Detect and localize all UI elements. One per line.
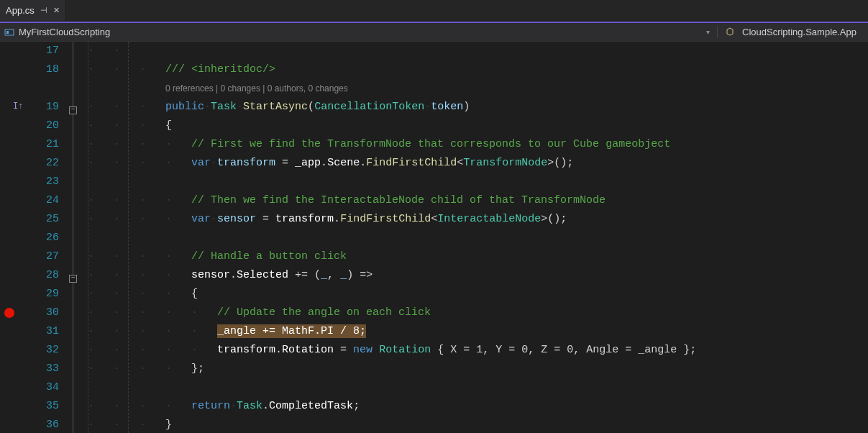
code-text: += ( xyxy=(288,269,321,281)
line-number xyxy=(29,79,59,98)
line-number: 29 xyxy=(29,285,59,304)
line-number: 30 xyxy=(29,304,59,322)
code-text: CompletedTask xyxy=(269,400,353,412)
line-number: 18 xyxy=(29,60,59,79)
margin-column[interactable]: I↑ xyxy=(0,42,29,433)
code-text: Scene xyxy=(327,157,360,169)
code-text: TransformNode xyxy=(463,157,547,169)
code-text: CancellationToken xyxy=(314,101,424,113)
line-number: 24 xyxy=(29,191,59,210)
code-text: } xyxy=(165,419,172,431)
line-number: 27 xyxy=(29,247,59,266)
fold-minus-icon[interactable]: − xyxy=(69,106,77,114)
namespace-icon xyxy=(4,27,14,37)
code-text: InteractableNode xyxy=(437,213,541,225)
code-text: { xyxy=(191,288,198,300)
line-number-gutter: 17 18 19 20 21 22 23 24 25 26 27 28 29 3… xyxy=(29,42,69,433)
code-text: // Handle a button click xyxy=(191,250,347,263)
code-text: { X = 1, Y = 0, Z = 0, Angle = _angle }; xyxy=(431,344,696,356)
tab-bar: App.cs ⊣ ✕ xyxy=(0,0,868,22)
code-text: // First we find the TransformNode that … xyxy=(191,138,670,150)
code-text: transform xyxy=(217,157,275,169)
code-editor[interactable]: I↑ 17 18 19 20 21 22 23 24 25 26 27 28 2… xyxy=(0,42,868,433)
breadcrumb-namespace[interactable]: MyFirstCloudScripting xyxy=(19,27,110,37)
code-text: , xyxy=(327,269,340,281)
fold-column[interactable]: − − xyxy=(69,42,85,433)
code-text: _ xyxy=(321,269,327,281)
class-icon xyxy=(725,27,735,37)
code-text: FindFirstChild xyxy=(366,157,457,169)
close-icon[interactable]: ✕ xyxy=(53,6,60,15)
code-text: /// <inheritdoc/> xyxy=(165,63,275,76)
line-number: 35 xyxy=(29,397,59,416)
line-number: 20 xyxy=(29,117,59,135)
line-number: 36 xyxy=(29,416,59,433)
line-number: 17 xyxy=(29,42,59,60)
line-number: 26 xyxy=(29,229,59,247)
code-text: Rotation xyxy=(379,344,431,356)
code-text: sensor xyxy=(217,213,256,225)
line-number: 23 xyxy=(29,173,59,191)
line-number: 28 xyxy=(29,266,59,285)
line-number: 19 xyxy=(29,98,59,117)
code-text: _app xyxy=(295,157,321,169)
code-text: FindFirstChild xyxy=(340,213,431,225)
line-number: 31 xyxy=(29,322,59,341)
code-area[interactable]: · · · · · /// <inheritdoc/> 0 references… xyxy=(85,42,868,433)
code-text: // Update the angle on each click xyxy=(217,306,431,319)
code-text: }; xyxy=(191,363,204,375)
code-text: Task xyxy=(211,101,237,113)
current-statement: _angle += MathF.PI / 8; xyxy=(217,324,366,338)
code-text: = xyxy=(275,157,295,169)
code-text: // Then we find the InteractableNode chi… xyxy=(191,194,606,206)
code-text: = xyxy=(256,213,275,225)
svg-rect-1 xyxy=(6,31,9,34)
fold-minus-icon[interactable]: − xyxy=(69,275,77,283)
code-text: var xyxy=(191,213,211,225)
pin-icon[interactable]: ⊣ xyxy=(40,6,47,15)
line-number: 34 xyxy=(29,378,59,397)
separator xyxy=(717,27,718,38)
code-text: Selected xyxy=(237,269,288,281)
code-text: sensor xyxy=(191,269,230,281)
codelens-text[interactable]: 0 references | 0 changes | 0 authors, 0 … xyxy=(165,83,348,94)
code-text: = xyxy=(334,344,353,356)
code-text: Rotation xyxy=(282,344,334,356)
code-text: transform xyxy=(217,344,275,356)
line-number: 32 xyxy=(29,341,59,360)
tab-filename: App.cs xyxy=(6,5,35,16)
breadcrumb: MyFirstCloudScripting ▾ CloudScripting.S… xyxy=(0,22,868,42)
line-number: 25 xyxy=(29,210,59,229)
code-text: transform xyxy=(275,213,334,225)
code-text: ) => xyxy=(347,269,373,281)
code-text: public xyxy=(165,101,204,113)
code-text: StartAsync xyxy=(243,101,308,113)
line-number: 21 xyxy=(29,135,59,154)
code-text: Task xyxy=(237,400,262,412)
code-text: _ xyxy=(340,269,347,281)
tracking-arrow-icon: I↑ xyxy=(13,101,23,111)
code-text: var xyxy=(191,157,211,169)
code-text: new xyxy=(353,344,373,356)
line-number: 33 xyxy=(29,360,59,378)
code-text: { xyxy=(165,119,172,132)
line-number: 22 xyxy=(29,154,59,173)
chevron-down-icon[interactable]: ▾ xyxy=(706,28,710,36)
svg-rect-0 xyxy=(5,29,14,35)
code-text: return xyxy=(191,400,230,412)
file-tab[interactable]: App.cs ⊣ ✕ xyxy=(0,0,66,21)
breadcrumb-class[interactable]: CloudScripting.Sample.App xyxy=(742,27,856,37)
breakpoint-icon[interactable] xyxy=(4,308,14,318)
code-text: token xyxy=(431,101,463,113)
